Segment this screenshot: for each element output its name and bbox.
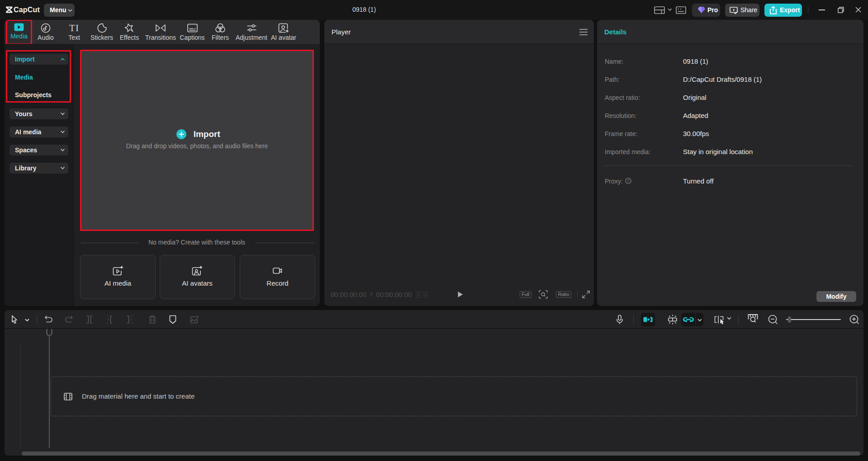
svg-text:?: ? [627, 179, 629, 183]
